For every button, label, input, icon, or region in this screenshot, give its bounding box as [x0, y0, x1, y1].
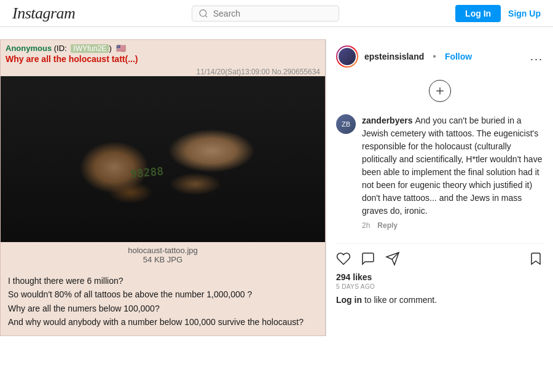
header-actions: Log In Sign Up	[455, 5, 541, 22]
post-line-2: So wouldn't 80% of all tattoos be above …	[8, 288, 318, 301]
add-icon-container	[336, 74, 543, 112]
comment-body: zanderbyersAnd you can't be buried in a …	[362, 114, 543, 231]
search-icon	[198, 9, 208, 18]
instagram-post-panel: epsteinsisland • Follow ... ZB zanderbye…	[326, 39, 553, 336]
like-comment-text: to like or comment.	[364, 295, 437, 305]
more-options-button[interactable]: ...	[530, 50, 543, 63]
post-line-1: I thought there were 6 million?	[8, 274, 318, 288]
chan-post: Anonymous (ID: IWYfun2E) 🇺🇸 Why are all …	[0, 39, 326, 336]
post-user-info: epsteinsisland • Follow	[336, 45, 472, 68]
post-line-4: And why would anybody with a number belo…	[8, 315, 318, 329]
share-icon	[385, 251, 400, 266]
comment-username[interactable]: zanderbyers	[362, 116, 412, 125]
post-file-info: holocaust-tattoo.jpg 54 KB JPG	[1, 242, 325, 268]
post-anon: Anonymous	[6, 44, 52, 53]
comment-time-reply: 2h Reply	[362, 220, 543, 231]
post-text: I thought there were 6 million? So would…	[1, 268, 325, 335]
login-button[interactable]: Log In	[455, 5, 501, 22]
post-header: Anonymous (ID: IWYfun2E) 🇺🇸 Why are all …	[1, 40, 325, 68]
username[interactable]: epsteinsisland	[364, 52, 424, 61]
likes-section: 294 likes 5 DAYS AGO	[336, 271, 543, 291]
post-meta: 11/14/20(Sat)13:09:00 No.290655634	[1, 68, 325, 76]
post-subject: Why are all the holocaust tatt(...)	[6, 54, 320, 64]
comment-time: 2h	[362, 220, 370, 231]
comment-item: ZB zanderbyersAnd you can't be buried in…	[336, 114, 543, 231]
login-to-like: Log in to like or comment.	[336, 295, 543, 305]
post-flag: 🇺🇸	[116, 44, 126, 53]
comment-text: And you can't be buried in a Jewish ceme…	[362, 116, 542, 216]
comment-section: ZB zanderbyersAnd you can't be buried in…	[336, 112, 543, 238]
svg-line-1	[205, 15, 207, 17]
header: Instagram Log In Sign Up	[0, 0, 553, 27]
svg-point-0	[200, 10, 206, 17]
action-bar	[336, 243, 543, 271]
heart-icon	[336, 251, 351, 266]
post-id-value: IWYfun2E	[71, 44, 109, 53]
avatar	[336, 45, 358, 68]
dot-separator: •	[433, 51, 436, 62]
login-link[interactable]: Log in	[336, 295, 362, 305]
action-left	[336, 251, 400, 266]
add-to-story-button[interactable]	[429, 80, 451, 102]
hands-image: 98288	[1, 76, 325, 242]
comment-button[interactable]	[361, 251, 375, 266]
search-bar[interactable]	[192, 6, 339, 22]
avatar-inner	[337, 47, 357, 66]
tattoo-number: 98288	[130, 165, 164, 181]
post-line-3: Why are all the numers below 100,000?	[8, 302, 318, 315]
bookmark-button[interactable]	[528, 251, 543, 266]
likes-count: 294 likes	[336, 272, 543, 282]
reply-button[interactable]: Reply	[377, 220, 398, 231]
post-id-label: (ID: IWYfun2E)	[54, 44, 114, 53]
comment-avatar-inner: ZB	[336, 114, 356, 134]
plus-icon	[434, 85, 446, 97]
like-button[interactable]	[336, 251, 351, 266]
share-button[interactable]	[385, 251, 400, 266]
post-date: 5 DAYS AGO	[336, 283, 543, 290]
search-input[interactable]	[213, 9, 332, 18]
signup-button[interactable]: Sign Up	[508, 9, 541, 18]
post-top-bar: epsteinsisland • Follow ...	[336, 39, 543, 74]
post-image: 98288	[1, 76, 325, 242]
post-filename: holocaust-tattoo.jpg	[4, 246, 321, 255]
comment-icon	[361, 251, 375, 266]
bookmark-icon	[528, 251, 543, 266]
follow-button[interactable]: Follow	[445, 52, 472, 61]
post-filesize: 54 KB JPG	[4, 255, 321, 264]
main-container: Anonymous (ID: IWYfun2E) 🇺🇸 Why are all …	[0, 27, 553, 348]
instagram-logo: Instagram	[12, 4, 75, 23]
comment-avatar: ZB	[336, 114, 356, 134]
